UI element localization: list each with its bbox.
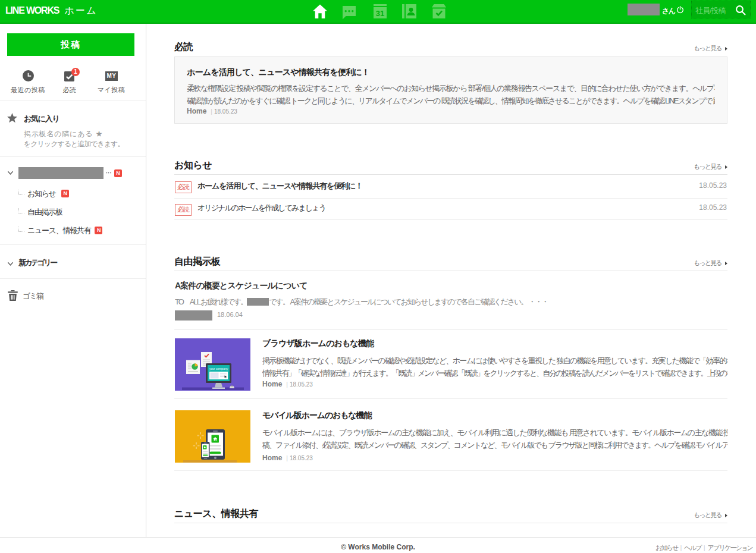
svg-text:your company: your company <box>209 367 228 370</box>
svg-text:31: 31 <box>376 9 384 18</box>
